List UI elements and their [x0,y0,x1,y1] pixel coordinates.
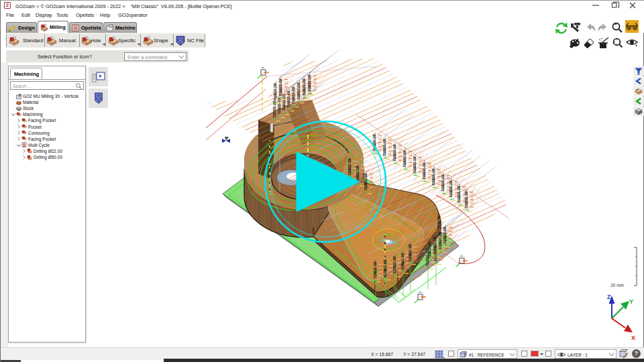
svg-text:X: X [631,335,635,341]
svg-text:Y: Y [629,298,633,305]
svg-text:49: 49 [310,145,317,152]
svg-text:50: 50 [310,131,317,139]
svg-text:20 mm: 20 mm [610,283,624,288]
svg-text:Z: Z [607,294,611,300]
